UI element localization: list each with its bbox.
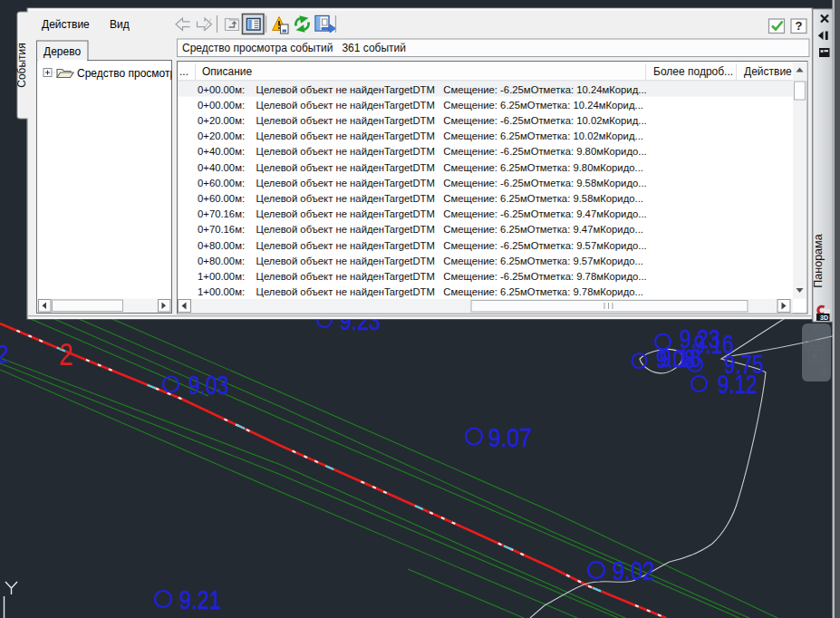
svg-text:0+20.00м: Целевой объект не: 0+20.00м: Целевой объект не найденTarget… xyxy=(198,115,647,126)
svg-text:9.12: 9.12 xyxy=(718,369,758,400)
svg-text:9.02: 9.02 xyxy=(613,555,655,585)
svg-text:2: 2 xyxy=(59,336,73,372)
svg-text:2: 2 xyxy=(0,340,9,369)
svg-text:9.07: 9.07 xyxy=(488,421,532,452)
svg-text:0+00.00м: Целевой объект не: 0+00.00м: Целевой объект не найденTarget… xyxy=(198,84,647,95)
svg-text:?: ? xyxy=(796,19,803,33)
svg-text:События: События xyxy=(15,43,28,88)
svg-text:0+20.00м: Целевой объект не: 0+20.00м: Целевой объект не найденTarget… xyxy=(198,130,643,141)
svg-text:3D: 3D xyxy=(820,314,828,321)
svg-text:1+00.00м: Целевой объект не: 1+00.00м: Целевой объект не найденTarget… xyxy=(198,271,647,282)
svg-text:...: ... xyxy=(179,65,188,78)
svg-text:Действие: Действие xyxy=(744,65,792,78)
svg-text:0+60.00м: Целевой объект не: 0+60.00м: Целевой объект не найденTarget… xyxy=(198,178,647,188)
svg-text:Описание: Описание xyxy=(202,65,253,78)
svg-text:0+60.00м: Целевой объект не: 0+60.00м: Целевой объект не найденTarget… xyxy=(198,193,643,204)
svg-text:Панорама: Панорама xyxy=(812,234,825,287)
svg-text:Более подроб...: Более подроб... xyxy=(653,65,733,78)
svg-text:9.18: 9.18 xyxy=(660,343,701,372)
svg-text:Средство просмотра: Средство просмотра xyxy=(77,67,182,80)
svg-text:Вид: Вид xyxy=(110,18,130,31)
svg-text:0+70.16м: Целевой объект не: 0+70.16м: Целевой объект не найденTarget… xyxy=(198,208,647,219)
svg-text:9.21: 9.21 xyxy=(179,584,221,614)
svg-text:0+70.16м: Целевой объект не: 0+70.16м: Целевой объект не найденTarget… xyxy=(198,224,643,235)
svg-text:0+40.00м: Целевой объект не: 0+40.00м: Целевой объект не найденTarget… xyxy=(198,146,647,157)
svg-text:0+00.00м: Целевой объект не: 0+00.00м: Целевой объект не найденTarget… xyxy=(198,100,643,111)
svg-text:9.03: 9.03 xyxy=(188,370,228,401)
svg-text:0+80.00м: Целевой объект не: 0+80.00м: Целевой объект не найденTarget… xyxy=(198,256,643,266)
svg-text:1+00.00м: Целевой объект не: 1+00.00м: Целевой объект не найденTarget… xyxy=(198,286,643,297)
svg-text:0+80.00м: Целевой объект не: 0+80.00м: Целевой объект не найденTarget… xyxy=(198,240,647,251)
svg-text:Дерево: Дерево xyxy=(43,45,81,58)
svg-text:0+40.00м: Целевой объект не: 0+40.00м: Целевой объект не найденTarget… xyxy=(198,162,643,173)
svg-text:Средство просмотра событий 3: Средство просмотра событий 361 событий xyxy=(182,42,406,54)
svg-text:Действие: Действие xyxy=(42,18,90,31)
